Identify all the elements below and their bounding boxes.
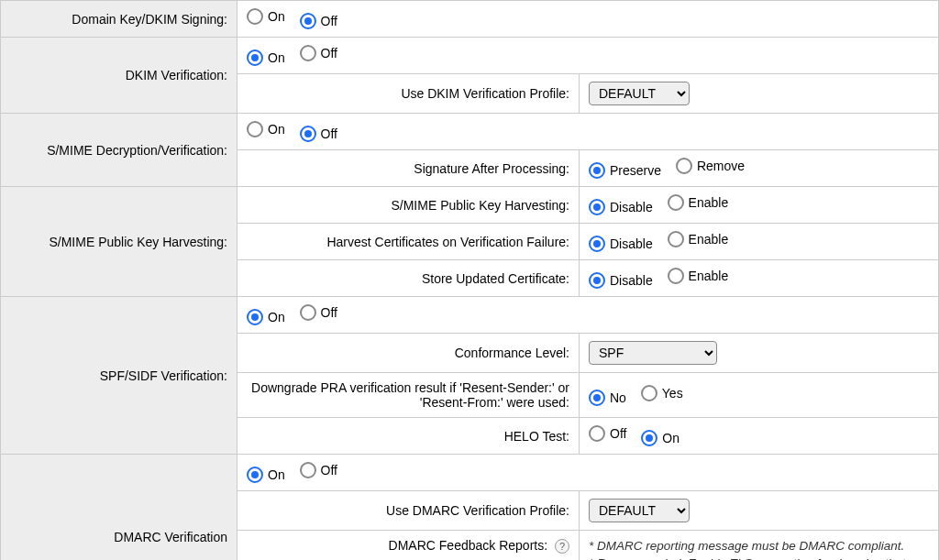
- spf-on-radio[interactable]: [247, 309, 263, 325]
- help-icon[interactable]: ?: [555, 539, 569, 554]
- enable-label: Enable: [689, 269, 729, 283]
- store-updated-cert-label: Store Updated Certificate:: [238, 260, 580, 297]
- off-label: Off: [321, 14, 337, 28]
- dkim-verification-label: DKIM Verification:: [1, 38, 238, 114]
- dkim-signing-label: Domain Key/DKIM Signing:: [1, 1, 238, 38]
- dmarc-note-2: * Recommended: Enable TLS encryption for…: [589, 555, 929, 560]
- dmarc-on-radio[interactable]: [247, 467, 263, 483]
- disable-label: Disable: [610, 200, 653, 214]
- dkim-profile-label: Use DKIM Verification Profile:: [238, 74, 580, 114]
- disable-label: Disable: [610, 236, 653, 251]
- smime-harvest-label: S/MIME Public Key Harvesting:: [238, 187, 580, 224]
- downgrade-pra-no-radio[interactable]: [589, 390, 605, 406]
- on-label: On: [268, 310, 285, 324]
- helo-on-radio[interactable]: [641, 430, 657, 446]
- dkim-signing-off-radio[interactable]: [300, 13, 316, 29]
- smime-decrypt-on-radio[interactable]: [247, 121, 263, 137]
- smime-harvest-enable-radio[interactable]: [668, 194, 684, 211]
- yes-label: Yes: [662, 386, 683, 401]
- preserve-label: Preserve: [610, 163, 661, 178]
- dmarc-profile-label: Use DMARC Verification Profile:: [238, 491, 580, 531]
- dmarc-note-1: * DMARC reporting message must be DMARC …: [589, 538, 929, 555]
- enable-label: Enable: [689, 232, 729, 247]
- dkim-signing-on-radio[interactable]: [247, 8, 263, 25]
- store-updated-cert-disable-radio[interactable]: [589, 272, 605, 289]
- dmarc-feedback-label: DMARC Feedback Reports:: [389, 538, 548, 553]
- off-label: Off: [321, 305, 337, 320]
- signature-preserve-radio[interactable]: [589, 162, 605, 179]
- off-label: Off: [321, 126, 337, 141]
- downgrade-pra-label: Downgrade PRA verification result if 'Re…: [238, 373, 580, 418]
- on-label: On: [268, 122, 285, 137]
- conformance-level-select[interactable]: SPF: [589, 341, 717, 365]
- smime-harvest-section-label: S/MIME Public Key Harvesting:: [1, 187, 238, 297]
- on-label: On: [268, 50, 285, 65]
- harvest-cert-fail-enable-radio[interactable]: [668, 231, 684, 247]
- dkim-profile-select[interactable]: DEFAULT: [589, 82, 690, 105]
- helo-test-label: HELO Test:: [238, 418, 580, 455]
- off-label: Off: [321, 46, 337, 60]
- downgrade-pra-yes-radio[interactable]: [641, 385, 657, 401]
- dmarc-off-radio[interactable]: [300, 462, 316, 478]
- harvest-cert-fail-disable-radio[interactable]: [589, 236, 605, 252]
- helo-off-radio[interactable]: [589, 425, 605, 442]
- off-label: Off: [610, 426, 626, 441]
- spf-verification-label: SPF/SIDF Verification:: [1, 297, 238, 455]
- signature-after-label: Signature After Processing:: [238, 150, 580, 187]
- harvest-cert-fail-label: Harvest Certificates on Verification Fai…: [238, 224, 580, 260]
- dmarc-profile-select[interactable]: DEFAULT: [589, 499, 690, 522]
- dkim-verification-on-radio[interactable]: [247, 49, 263, 66]
- on-label: On: [662, 431, 679, 445]
- on-label: On: [268, 467, 285, 482]
- signature-remove-radio[interactable]: [676, 158, 692, 174]
- smime-decrypt-off-radio[interactable]: [300, 126, 316, 142]
- no-label: No: [610, 390, 626, 405]
- dkim-verification-off-radio[interactable]: [300, 45, 316, 61]
- on-label: On: [268, 9, 285, 24]
- smime-harvest-disable-radio[interactable]: [589, 199, 605, 215]
- store-updated-cert-enable-radio[interactable]: [668, 268, 684, 284]
- off-label: Off: [321, 463, 337, 478]
- dmarc-verification-label: DMARC Verification: [1, 455, 238, 561]
- enable-label: Enable: [689, 195, 729, 210]
- smime-decrypt-label: S/MIME Decryption/Verification:: [1, 114, 238, 187]
- spf-off-radio[interactable]: [300, 304, 316, 321]
- remove-label: Remove: [697, 159, 745, 173]
- conformance-level-label: Conformance Level:: [238, 334, 580, 373]
- disable-label: Disable: [610, 273, 653, 288]
